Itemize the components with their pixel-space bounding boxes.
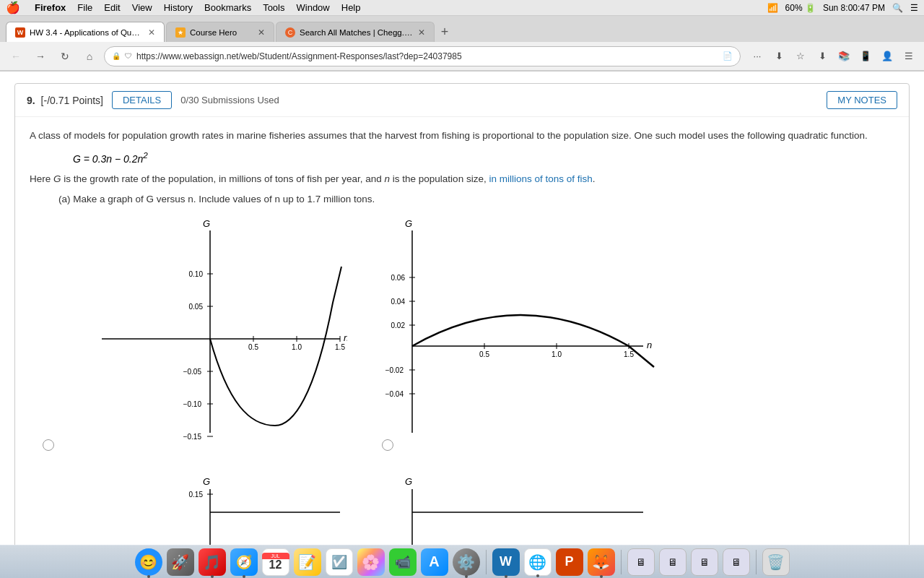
dock-music[interactable]: 🎵 bbox=[199, 548, 226, 576]
tab-title-chegg: Search All Matches | Chegg.com bbox=[300, 28, 414, 37]
page-content: 9. [-/0.71 Points] DETAILS 0/30 Submissi… bbox=[0, 72, 924, 545]
svg-text:0.10: 0.10 bbox=[189, 270, 204, 278]
dock-word[interactable]: W bbox=[492, 548, 520, 576]
svg-text:0.02: 0.02 bbox=[391, 322, 406, 329]
g2-curve bbox=[412, 315, 654, 367]
graph-1: G n 0.10 bbox=[30, 216, 362, 462]
tab-hw34[interactable]: W HW 3.4 - Applications of Quadra... ✕ bbox=[6, 22, 165, 42]
dock-appstore[interactable]: A bbox=[421, 548, 448, 576]
svg-text:1.0: 1.0 bbox=[292, 343, 302, 351]
back-button[interactable]: ← bbox=[6, 46, 26, 66]
pocket-icon[interactable]: ⬇ bbox=[770, 47, 788, 66]
bookmark-star-icon[interactable]: ☆ bbox=[791, 47, 810, 66]
forward-button[interactable]: → bbox=[30, 46, 51, 66]
dock-facetime[interactable]: 📹 bbox=[389, 548, 417, 576]
dock-firefox-dot bbox=[600, 575, 603, 578]
reload-button[interactable]: ↻ bbox=[55, 46, 75, 66]
dock-settings[interactable]: ⚙️ bbox=[453, 548, 480, 576]
svg-text:0.15: 0.15 bbox=[189, 491, 204, 499]
g1-curve bbox=[210, 267, 341, 426]
library-button[interactable]: 📚 bbox=[834, 47, 853, 66]
dock: 😊 🚀 🎵 🧭 JUL 12 📝 ☑️ 🌸 📹 A ⚙️ W bbox=[0, 545, 924, 578]
address-bar[interactable]: 🔒 🛡 https://www.webassign.net/web/Studen… bbox=[104, 46, 741, 66]
dock-separator-2 bbox=[621, 550, 622, 574]
svg-text:0.5: 0.5 bbox=[248, 343, 258, 351]
tab-close-chegg[interactable]: ✕ bbox=[418, 27, 425, 38]
g3-ylabel: G bbox=[203, 476, 210, 487]
svg-text:0.05: 0.05 bbox=[189, 303, 204, 311]
menubar-bookmarks[interactable]: Bookmarks bbox=[199, 2, 257, 13]
download-button[interactable]: ⬇ bbox=[813, 47, 832, 66]
svg-text:0.04: 0.04 bbox=[391, 298, 406, 306]
tab-close-ch[interactable]: ✕ bbox=[258, 27, 265, 38]
dock-firefox[interactable]: 🦊 bbox=[588, 548, 615, 576]
graph-1-svg: G n 0.10 bbox=[30, 216, 347, 454]
part-a-text: (a) Make a graph of G versus n. Include … bbox=[58, 194, 894, 204]
menubar-tools[interactable]: Tools bbox=[257, 2, 290, 13]
dock-chrome[interactable]: 🌐 bbox=[524, 548, 552, 576]
dock-calendar[interactable]: JUL 12 bbox=[262, 548, 289, 576]
nav-right-buttons: ··· ⬇ ☆ ⬇ 📚 📱 👤 ☰ bbox=[748, 47, 918, 66]
menubar-file[interactable]: File bbox=[71, 2, 98, 13]
details-button[interactable]: DETAILS bbox=[112, 91, 172, 109]
profile-button[interactable]: 👤 bbox=[878, 47, 897, 66]
graph-2: G n 0.06 0.04 bbox=[369, 216, 701, 462]
assignment-section-9: 9. [-/0.71 Points] DETAILS 0/30 Submissi… bbox=[14, 83, 910, 545]
svg-text:−0.05: −0.05 bbox=[183, 368, 202, 376]
dock-music-dot bbox=[211, 575, 214, 578]
dock-screen2[interactable]: 🖥 bbox=[659, 548, 687, 576]
graphs-row-2: G 0.15 G bbox=[30, 476, 894, 545]
svg-text:0.06: 0.06 bbox=[391, 274, 406, 282]
tab-favicon-hw: W bbox=[15, 27, 25, 38]
menubar-firefox[interactable]: Firefox bbox=[29, 2, 71, 13]
g2-xlabel: n bbox=[647, 340, 652, 350]
menubar-window[interactable]: Window bbox=[291, 2, 336, 13]
apple-menu[interactable]: 🍎 bbox=[6, 1, 20, 14]
menubar-right: 📶 60% 🔋 Sun 8:00:47 PM 🔍 ☰ bbox=[767, 3, 918, 13]
home-button[interactable]: ⌂ bbox=[79, 46, 100, 66]
url-text: https://www.webassign.net/web/Student/As… bbox=[136, 51, 718, 61]
dock-notes[interactable]: 📝 bbox=[294, 548, 321, 576]
dock-screen4[interactable]: 🖥 bbox=[723, 548, 750, 576]
sync-button[interactable]: 📱 bbox=[856, 47, 875, 66]
dock-finder-dot bbox=[147, 575, 150, 578]
dock-trash[interactable]: 🗑️ bbox=[762, 548, 790, 576]
tab-close-hw[interactable]: ✕ bbox=[148, 27, 155, 38]
dock-screen3[interactable]: 🖥 bbox=[691, 548, 718, 576]
svg-text:1.0: 1.0 bbox=[552, 350, 562, 358]
g1-xlabel: n bbox=[344, 332, 347, 343]
tab-title-ch: Course Hero bbox=[190, 28, 253, 37]
graph-4: G bbox=[369, 476, 701, 545]
g2-ylabel: G bbox=[405, 218, 412, 229]
search-icon[interactable]: 🔍 bbox=[892, 3, 903, 13]
svg-text:−0.04: −0.04 bbox=[385, 390, 404, 398]
svg-text:−0.15: −0.15 bbox=[183, 433, 202, 441]
dock-reminders[interactable]: ☑️ bbox=[326, 548, 353, 576]
tab-chegg[interactable]: C Search All Matches | Chegg.com ✕ bbox=[276, 22, 435, 42]
hamburger-menu[interactable]: ☰ bbox=[899, 47, 918, 66]
dock-safari[interactable]: 🧭 bbox=[230, 548, 258, 576]
my-notes-button[interactable]: MY NOTES bbox=[827, 91, 897, 109]
dock-separator-1 bbox=[486, 550, 487, 574]
dock-powerpoint[interactable]: P bbox=[556, 548, 583, 576]
menubar: 🍎 Firefox File Edit View History Bookmar… bbox=[0, 0, 924, 16]
menubar-edit[interactable]: Edit bbox=[98, 2, 126, 13]
reader-view-icon[interactable]: 📄 bbox=[723, 51, 733, 61]
dock-screen1[interactable]: 🖥 bbox=[627, 548, 655, 576]
menu-icon[interactable]: ☰ bbox=[910, 3, 918, 13]
dock-photos[interactable]: 🌸 bbox=[357, 548, 385, 576]
menubar-view[interactable]: View bbox=[126, 2, 158, 13]
menubar-help[interactable]: Help bbox=[336, 2, 367, 13]
graph-3: G 0.15 bbox=[30, 476, 362, 545]
dock-launchpad[interactable]: 🚀 bbox=[167, 548, 194, 576]
tab-coursehero[interactable]: ★ Course Hero ✕ bbox=[166, 22, 274, 42]
browser-chrome: W HW 3.4 - Applications of Quadra... ✕ ★… bbox=[0, 16, 924, 72]
more-options-button[interactable]: ··· bbox=[748, 47, 767, 66]
equation: G = 0.3n − 0.2n2 bbox=[73, 150, 894, 165]
menubar-history[interactable]: History bbox=[158, 2, 199, 13]
dock-finder[interactable]: 😊 bbox=[135, 548, 162, 576]
new-tab-button[interactable]: + bbox=[435, 22, 455, 42]
dock-chrome-dot bbox=[536, 574, 539, 577]
wifi-icon: 📶 bbox=[767, 3, 778, 13]
submissions-text: 0/30 Submissions Used bbox=[180, 95, 279, 105]
